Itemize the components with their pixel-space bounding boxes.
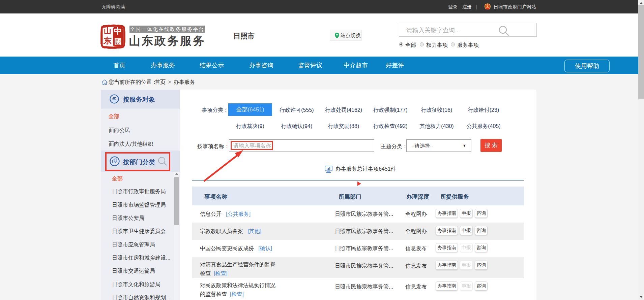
svg-text:國: 國: [114, 37, 122, 46]
svg-text:中: 中: [114, 27, 122, 36]
svg-text:山: 山: [104, 27, 111, 35]
svg-text:东: 东: [103, 36, 112, 45]
